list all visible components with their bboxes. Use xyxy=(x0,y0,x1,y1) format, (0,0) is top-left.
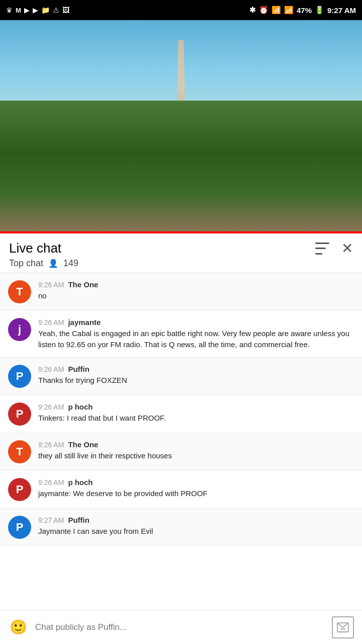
viewer-count: 149 xyxy=(63,258,78,269)
message-time: 9:26 AM xyxy=(38,365,64,373)
message-content: 9:27 AMPuffinJaymante I can save you fro… xyxy=(38,516,354,537)
message-time: 9:26 AM xyxy=(38,403,64,411)
chat-input[interactable] xyxy=(35,622,325,632)
filter-line-2 xyxy=(315,248,326,249)
top-chat-label: Top chat xyxy=(9,258,43,269)
chat-message-1: T9:26 AMThe Oneno xyxy=(0,273,362,311)
message-content: 9:26 AMThe Oneno xyxy=(38,280,354,301)
message-author: jaymante xyxy=(68,318,101,327)
youtube-icon: ▶ xyxy=(24,6,30,14)
crown-icon: ♛ xyxy=(6,6,13,14)
folder-icon: 📁 xyxy=(41,6,50,14)
avatar: P xyxy=(8,478,31,501)
message-meta: 9:26 AMPuffin xyxy=(38,365,354,373)
message-meta: 9:27 AMPuffin xyxy=(38,516,354,524)
chat-header-top: Live chat ✕ xyxy=(9,240,353,256)
message-author: The One xyxy=(68,280,98,289)
clock-time: 9:27 AM xyxy=(327,6,356,15)
message-meta: 9:26 AMThe One xyxy=(38,440,354,449)
header-actions: ✕ xyxy=(315,242,353,256)
message-text: no xyxy=(38,290,354,301)
message-content: 9:26 AMp hochTinkers: I read that but I … xyxy=(38,403,354,424)
message-meta: 9:26 AMjaymante xyxy=(38,318,354,327)
avatar: T xyxy=(8,280,31,303)
chat-message-5: T9:26 AMThe Onethey all still live in th… xyxy=(0,433,362,471)
message-author: p hoch xyxy=(68,478,93,487)
battery-icon: 🔋 xyxy=(315,6,324,15)
message-text: Jaymante I can save you from Evil xyxy=(38,526,354,537)
send-icon xyxy=(337,622,349,632)
message-time: 9:26 AM xyxy=(38,281,64,289)
chat-message-7: P9:27 AMPuffinJaymante I can save you fr… xyxy=(0,509,362,546)
status-left-icons: ♛ M ▶ ▶ 📁 ⚠ 🖼 xyxy=(6,6,69,14)
message-text: Yeah, the Cabal is engaged in an epic ba… xyxy=(38,328,354,350)
avatar: P xyxy=(8,516,31,539)
message-content: 9:26 AMThe Onethey all still live in the… xyxy=(38,440,354,461)
message-meta: 9:26 AMp hoch xyxy=(38,403,354,411)
message-text: they all still live in their respctive h… xyxy=(38,450,354,461)
bluetooth-icon: ✱ xyxy=(249,6,256,15)
chat-sub-header: Top chat 👤 149 xyxy=(9,258,353,269)
video-trees xyxy=(0,101,362,231)
message-meta: 9:26 AMThe One xyxy=(38,280,354,289)
image-icon: 🖼 xyxy=(62,6,69,14)
message-text: Thanks for trying FOXZEN xyxy=(38,375,354,386)
battery-percent: 47% xyxy=(297,6,312,15)
chat-message-4: P9:26 AMp hochTinkers: I read that but I… xyxy=(0,395,362,433)
message-time: 9:26 AM xyxy=(38,318,64,327)
message-time: 9:27 AM xyxy=(38,516,64,524)
live-chat-title: Live chat xyxy=(9,240,61,256)
message-time: 9:26 AM xyxy=(38,478,64,487)
avatar: P xyxy=(8,365,31,388)
chat-messages: T9:26 AMThe Onenoj9:26 AMjaymanteYeah, t… xyxy=(0,273,362,546)
message-author: The One xyxy=(68,440,98,449)
message-content: 9:26 AMp hochjaymante: We deserve to be … xyxy=(38,478,354,499)
chat-message-2: j9:26 AMjaymanteYeah, the Cabal is engag… xyxy=(0,311,362,358)
wifi-icon: 📶 xyxy=(272,6,281,15)
filter-button[interactable] xyxy=(315,243,329,255)
avatar: j xyxy=(8,318,31,341)
alarm-icon: ⏰ xyxy=(259,6,268,15)
message-author: p hoch xyxy=(68,403,93,411)
status-right-icons: ✱ ⏰ 📶 📶 47% 🔋 9:27 AM xyxy=(249,6,356,15)
message-content: 9:26 AMPuffinThanks for trying FOXZEN xyxy=(38,365,354,386)
message-author: Puffin xyxy=(68,516,89,524)
chat-message-3: P9:26 AMPuffinThanks for trying FOXZEN xyxy=(0,358,362,395)
m-icon: M xyxy=(16,7,21,14)
signal-icon: 📶 xyxy=(284,6,294,15)
message-time: 9:26 AM xyxy=(38,441,64,449)
chat-input-bar: 🙂 xyxy=(0,610,362,644)
status-bar: ♛ M ▶ ▶ 📁 ⚠ 🖼 ✱ ⏰ 📶 📶 47% 🔋 9:27 AM xyxy=(0,0,362,20)
viewer-icon: 👤 xyxy=(48,259,58,268)
filter-line-3 xyxy=(315,253,322,255)
close-button[interactable]: ✕ xyxy=(341,242,353,256)
message-meta: 9:26 AMp hoch xyxy=(38,478,354,487)
video-area[interactable] xyxy=(0,20,362,231)
message-text: Tinkers: I read that but I want PROOF. xyxy=(38,413,354,424)
filter-line-1 xyxy=(315,243,329,244)
message-author: Puffin xyxy=(68,365,89,373)
chat-header: Live chat ✕ Top chat 👤 149 xyxy=(0,233,362,273)
youtube-alt-icon: ▶ xyxy=(33,6,38,14)
send-button[interactable] xyxy=(332,616,354,638)
chat-message-6: P9:26 AMp hochjaymante: We deserve to be… xyxy=(0,471,362,509)
warning-icon: ⚠ xyxy=(53,6,59,14)
avatar: T xyxy=(8,440,31,463)
emoji-button[interactable]: 🙂 xyxy=(8,617,28,637)
message-text: jaymante: We deserve to be provided with… xyxy=(38,488,354,499)
avatar: P xyxy=(8,403,31,426)
spacer xyxy=(0,546,362,587)
message-content: 9:26 AMjaymanteYeah, the Cabal is engage… xyxy=(38,318,354,350)
